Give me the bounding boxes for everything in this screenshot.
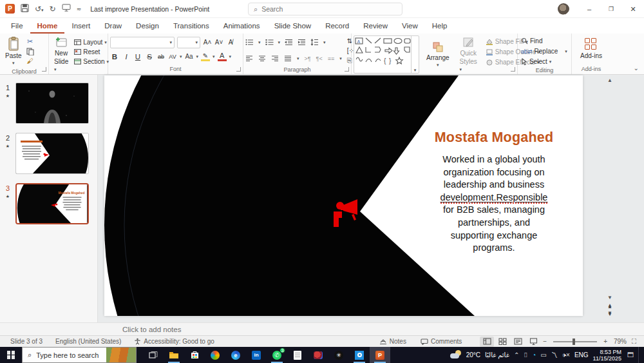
notes-placeholder[interactable]: Click to add notes: [122, 326, 181, 333]
find-button[interactable]: Find: [520, 37, 569, 45]
paste-button[interactable]: Paste ▾: [2, 35, 25, 67]
powerpoint-taskbar-icon[interactable]: P: [370, 347, 390, 363]
media-app-icon[interactable]: [308, 347, 328, 363]
tab-slide-show[interactable]: Slide Show: [267, 19, 319, 34]
shapes-more-icon[interactable]: ▾: [411, 36, 419, 73]
show-desktop-button[interactable]: [638, 347, 641, 363]
blue-o-app-icon[interactable]: [349, 347, 370, 363]
slide-text-placeholder[interactable]: Mostafa Mogahed Worked in a global youth…: [401, 130, 587, 255]
weather-condition[interactable]: غائم غالبًا: [485, 351, 509, 358]
close-button[interactable]: ✕: [622, 0, 644, 18]
cut-icon[interactable]: ✂: [26, 37, 34, 46]
user-avatar[interactable]: [558, 3, 569, 15]
tab-record[interactable]: Record: [318, 19, 356, 34]
scroll-down-icon[interactable]: ▼: [607, 295, 612, 300]
notes-pane[interactable]: Click to add notes: [0, 322, 644, 335]
slide-3-thumbnail[interactable]: Mostafa Mogahed: [15, 183, 89, 224]
justify-icon[interactable]: [284, 55, 292, 62]
battery-icon[interactable]: ▭: [540, 351, 546, 358]
linkedin-icon[interactable]: in: [246, 347, 267, 363]
file-explorer-icon[interactable]: [164, 347, 184, 363]
character-spacing-button[interactable]: AV: [168, 54, 177, 60]
tab-help[interactable]: Help: [425, 19, 455, 34]
next-slide-button[interactable]: ▼▼: [607, 312, 612, 316]
zoom-slider[interactable]: [553, 341, 597, 342]
slide-sorter-view-button[interactable]: [495, 337, 509, 347]
clear-formatting-icon[interactable]: A̸: [226, 39, 235, 46]
collapse-ribbon-icon[interactable]: ⌄: [634, 64, 639, 72]
previous-slide-button[interactable]: ▲▲: [607, 304, 612, 308]
quick-styles-button[interactable]: Quick Styles ▾: [457, 35, 480, 74]
grow-font-icon[interactable]: A˄: [203, 39, 212, 46]
arrange-button[interactable]: Arrange ▾: [423, 35, 453, 74]
replace-button[interactable]: ab⇄ Replace▾: [520, 47, 569, 55]
align-right-icon[interactable]: [271, 55, 279, 62]
tab-review[interactable]: Review: [356, 19, 395, 34]
tab-view[interactable]: View: [395, 19, 425, 34]
text-direction-ltr-icon[interactable]: >¶: [305, 55, 311, 62]
fit-slide-button[interactable]: ⛶: [632, 338, 640, 346]
bold-button[interactable]: B: [110, 53, 119, 61]
tray-chevron-icon[interactable]: ⌃: [514, 351, 519, 358]
slide-body-text[interactable]: Worked in a global youthorganization foc…: [401, 153, 587, 255]
change-case-button[interactable]: Aa: [185, 53, 194, 60]
phone-link-icon[interactable]: ⌷: [524, 351, 527, 359]
notes-toggle[interactable]: Notes: [373, 338, 413, 345]
edge-tray-icon[interactable]: ◔: [532, 351, 536, 358]
weather-temperature[interactable]: 20°C: [466, 351, 480, 358]
thumbnail-row-2[interactable]: 2★: [0, 133, 97, 174]
new-slide-button[interactable]: New Slide ▾: [51, 35, 71, 74]
font-name-combobox[interactable]: ▾: [110, 37, 175, 48]
normal-view-button[interactable]: [480, 337, 494, 347]
zoom-out-button[interactable]: −: [542, 338, 548, 345]
text-direction-rtl-icon[interactable]: ¶<: [316, 55, 323, 62]
undo-caret-icon[interactable]: ▾: [41, 8, 44, 12]
align-center-icon[interactable]: [258, 55, 266, 62]
reset-button[interactable]: Reset: [73, 48, 110, 56]
volume-muted-icon[interactable]: 🕩×: [562, 351, 570, 359]
addins-button[interactable]: Add-ins: [577, 37, 605, 61]
restore-button[interactable]: ❐: [600, 0, 622, 18]
bullets-icon[interactable]: [245, 39, 254, 46]
underline-button[interactable]: U: [133, 53, 142, 61]
comments-toggle[interactable]: Comments: [414, 338, 468, 345]
zoom-slider-thumb[interactable]: [573, 338, 575, 345]
vertical-scrollbar[interactable]: ▲ ▼ ▲▲ ▼▼: [605, 75, 614, 322]
slideshow-view-button[interactable]: [526, 337, 540, 347]
align-left-icon[interactable]: [245, 55, 253, 62]
microsoft-store-icon[interactable]: [184, 347, 205, 363]
copy-icon[interactable]: [26, 48, 34, 55]
scroll-up-icon[interactable]: ▲: [607, 77, 612, 83]
slide-title[interactable]: Mostafa Mogahed: [401, 130, 587, 146]
decrease-indent-icon[interactable]: [285, 39, 293, 46]
font-size-combobox[interactable]: ▾: [177, 37, 200, 48]
thumbnail-row-3[interactable]: 3★ Mostafa Mogahed: [0, 183, 97, 224]
notification-center-icon[interactable]: 🗔: [627, 351, 634, 358]
strikethrough-button[interactable]: S: [145, 53, 154, 61]
clipboard-dialog-launcher-icon[interactable]: [42, 67, 46, 72]
slide-1-thumbnail[interactable]: [15, 83, 89, 124]
text-shadow-button[interactable]: ab: [156, 54, 166, 60]
edge-icon[interactable]: e: [225, 347, 246, 363]
tab-design[interactable]: Design: [129, 19, 166, 34]
layout-button[interactable]: Layout▾: [73, 38, 110, 46]
italic-button[interactable]: I: [122, 53, 131, 61]
tab-home[interactable]: Home: [30, 19, 65, 34]
language-indicator[interactable]: English (United States): [49, 338, 128, 345]
taskbar-search-box[interactable]: ⌕ Type here to search: [22, 347, 137, 363]
redo-icon[interactable]: ↻: [50, 5, 56, 14]
search-input[interactable]: [261, 5, 377, 13]
clock[interactable]: 8:53 PM 11/15/2025: [593, 349, 623, 362]
shrink-font-icon[interactable]: A˅: [214, 39, 223, 46]
slide-canvas[interactable]: Mostafa Mogahed Worked in a global youth…: [104, 75, 583, 316]
minimize-button[interactable]: –: [578, 0, 600, 18]
increase-indent-icon[interactable]: [298, 39, 306, 46]
tab-transitions[interactable]: Transitions: [166, 19, 216, 34]
start-button[interactable]: [0, 347, 22, 363]
reading-view-button[interactable]: [511, 337, 525, 347]
copilot-icon[interactable]: [205, 347, 225, 363]
undo-icon[interactable]: ↺▾: [35, 5, 44, 14]
input-language[interactable]: ENG: [574, 351, 589, 358]
ribbon-search-box[interactable]: ⌕: [248, 3, 402, 15]
tab-insert[interactable]: Insert: [64, 19, 97, 34]
